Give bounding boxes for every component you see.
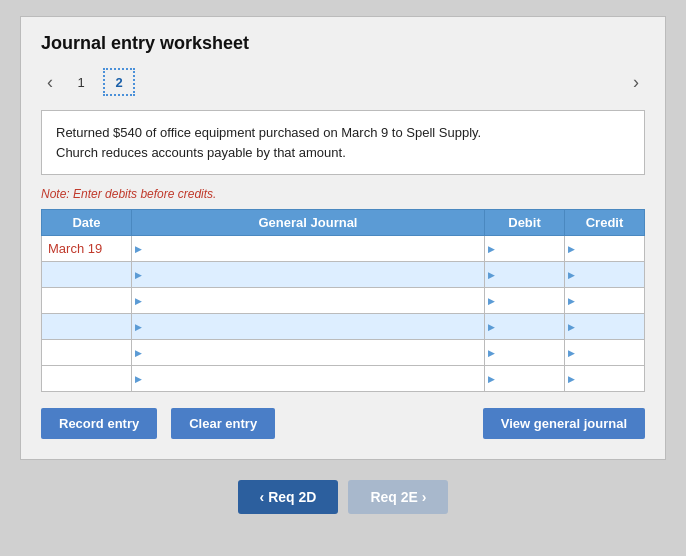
credit-input-3[interactable]: [565, 288, 644, 313]
credit-cell-5[interactable]: [565, 340, 645, 366]
date-cell-3: [42, 288, 132, 314]
date-cell-5: [42, 340, 132, 366]
table-row: [42, 366, 645, 392]
page-title: Journal entry worksheet: [41, 33, 645, 54]
next-arrow[interactable]: ›: [627, 70, 645, 95]
credit-cell-4[interactable]: [565, 314, 645, 340]
tab-2[interactable]: 2: [103, 68, 135, 96]
debit-input-5[interactable]: [485, 340, 564, 365]
description-box: Returned $540 of office equipment purcha…: [41, 110, 645, 175]
col-header-date: Date: [42, 210, 132, 236]
journal-cell-5[interactable]: [132, 340, 485, 366]
prev-arrow[interactable]: ‹: [41, 70, 59, 95]
journal-table: Date General Journal Debit Credit March …: [41, 209, 645, 392]
journal-input-4[interactable]: [132, 314, 484, 339]
journal-input-2[interactable]: [132, 262, 484, 287]
journal-cell-1[interactable]: [132, 236, 485, 262]
table-row: March 19: [42, 236, 645, 262]
col-header-journal: General Journal: [132, 210, 485, 236]
bottom-navigation: ‹ Req 2D Req 2E ›: [20, 480, 666, 514]
debit-cell-6[interactable]: [485, 366, 565, 392]
req-2d-button[interactable]: ‹ Req 2D: [238, 480, 339, 514]
debit-input-6[interactable]: [485, 366, 564, 391]
credit-input-6[interactable]: [565, 366, 644, 391]
credit-input-5[interactable]: [565, 340, 644, 365]
debit-input-1[interactable]: [485, 236, 564, 261]
debit-input-4[interactable]: [485, 314, 564, 339]
table-row: [42, 288, 645, 314]
journal-cell-4[interactable]: [132, 314, 485, 340]
debit-cell-1[interactable]: [485, 236, 565, 262]
debit-cell-5[interactable]: [485, 340, 565, 366]
journal-input-5[interactable]: [132, 340, 484, 365]
table-row: [42, 340, 645, 366]
table-row: [42, 314, 645, 340]
credit-cell-2[interactable]: [565, 262, 645, 288]
journal-cell-6[interactable]: [132, 366, 485, 392]
action-buttons: Record entry Clear entry View general jo…: [41, 408, 645, 439]
col-header-credit: Credit: [565, 210, 645, 236]
date-cell-4: [42, 314, 132, 340]
journal-input-6[interactable]: [132, 366, 484, 391]
credit-cell-1[interactable]: [565, 236, 645, 262]
debit-cell-3[interactable]: [485, 288, 565, 314]
journal-cell-3[interactable]: [132, 288, 485, 314]
tab-navigation: ‹ 1 2 ›: [41, 68, 645, 96]
col-header-debit: Debit: [485, 210, 565, 236]
credit-cell-3[interactable]: [565, 288, 645, 314]
date-cell-6: [42, 366, 132, 392]
tab-1[interactable]: 1: [65, 68, 97, 96]
clear-entry-button[interactable]: Clear entry: [171, 408, 275, 439]
date-cell-2: [42, 262, 132, 288]
journal-input-1[interactable]: [132, 236, 484, 261]
credit-input-4[interactable]: [565, 314, 644, 339]
journal-cell-2[interactable]: [132, 262, 485, 288]
record-entry-button[interactable]: Record entry: [41, 408, 157, 439]
credit-input-1[interactable]: [565, 236, 644, 261]
credit-cell-6[interactable]: [565, 366, 645, 392]
debit-input-2[interactable]: [485, 262, 564, 287]
table-row: [42, 262, 645, 288]
req-2e-button: Req 2E ›: [348, 480, 448, 514]
debit-input-3[interactable]: [485, 288, 564, 313]
date-cell-1: March 19: [42, 236, 132, 262]
debit-cell-2[interactable]: [485, 262, 565, 288]
debit-cell-4[interactable]: [485, 314, 565, 340]
journal-input-3[interactable]: [132, 288, 484, 313]
description-text: Returned $540 of office equipment purcha…: [56, 125, 481, 160]
view-journal-button[interactable]: View general journal: [483, 408, 645, 439]
note-text: Note: Enter debits before credits.: [41, 187, 645, 201]
credit-input-2[interactable]: [565, 262, 644, 287]
